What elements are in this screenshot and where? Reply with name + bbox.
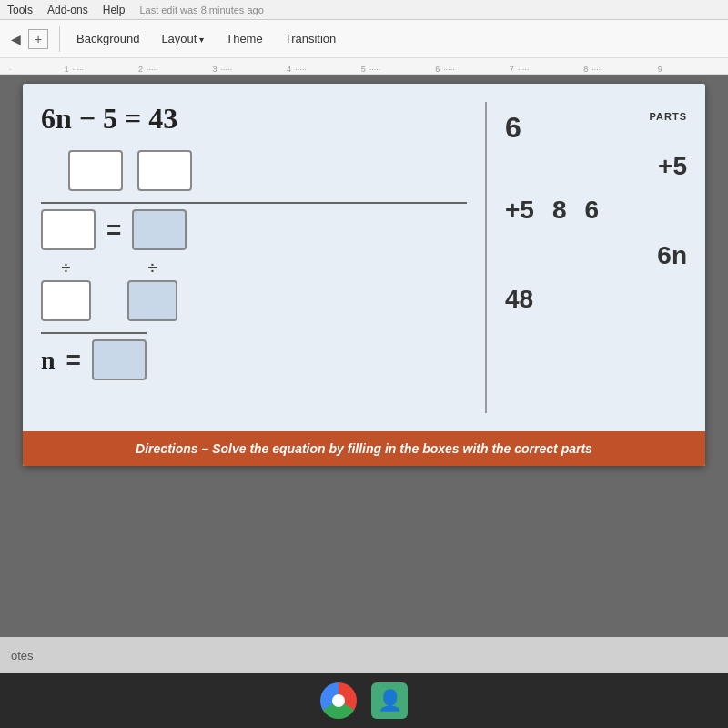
n-label: n: [41, 346, 56, 375]
parts-val3b[interactable]: 8: [552, 196, 567, 225]
notes-label: otes: [11, 649, 34, 662]
menu-addons[interactable]: Add-ons: [47, 4, 88, 16]
user-icon[interactable]: 👤: [371, 682, 408, 719]
n-equals-row: n =: [41, 332, 147, 380]
ruler-marks: · 1····· 2····· 3····· 4····· 5····· 6··…: [0, 58, 728, 74]
input-box-2[interactable]: [137, 150, 192, 191]
parts-val3c[interactable]: 6: [585, 196, 600, 225]
menu-tools[interactable]: Tools: [7, 4, 33, 16]
div-section-right: ÷: [127, 259, 177, 321]
instruction-bar: Directions – Solve the equation by filli…: [23, 431, 705, 466]
parts-val4[interactable]: 6n: [657, 241, 687, 270]
parts-val1[interactable]: 6: [505, 111, 521, 145]
background-button[interactable]: Background: [67, 28, 148, 49]
div-symbol-left: ÷: [62, 259, 71, 278]
left-panel: 6n − 5 = 43 = ÷: [41, 102, 487, 413]
taskbar: 👤: [0, 673, 728, 728]
div-box-left[interactable]: [41, 280, 91, 321]
div-symbol-right: ÷: [148, 259, 157, 278]
toolbar: ◀ + Background Layout Theme Transition: [0, 20, 728, 58]
add-slide-button[interactable]: +: [28, 29, 48, 49]
slide-content: 6n − 5 = 43 = ÷: [23, 84, 705, 431]
transition-button[interactable]: Transition: [276, 28, 346, 49]
main-area: 6n − 5 = 43 = ÷: [0, 75, 728, 637]
last-edit-label: Last edit was 8 minutes ago: [139, 5, 263, 15]
equals-sign: =: [106, 216, 121, 245]
parts-row-3: +5 8 6: [505, 196, 599, 225]
back-arrow-button[interactable]: ◀: [7, 28, 25, 50]
div-row: ÷ ÷: [41, 259, 177, 321]
right-panel: PARTS 6 +5 +5 8 6 6n 48: [505, 102, 687, 413]
ruler: · 1····· 2····· 3····· 4····· 5····· 6··…: [0, 58, 728, 75]
layout-button[interactable]: Layout: [152, 28, 213, 49]
div-box-right[interactable]: [127, 280, 177, 321]
equation-title: 6n − 5 = 43: [41, 102, 177, 136]
parts-val2[interactable]: +5: [658, 152, 687, 181]
instruction-text: Directions – Solve the equation by filli…: [136, 441, 592, 456]
parts-val5a[interactable]: 48: [505, 285, 533, 314]
menu-help[interactable]: Help: [103, 4, 126, 16]
theme-button[interactable]: Theme: [217, 28, 271, 49]
input-box-1[interactable]: [68, 150, 123, 191]
chrome-icon[interactable]: [320, 682, 357, 719]
notes-area: otes: [0, 637, 728, 673]
n-box[interactable]: [92, 339, 147, 380]
div-section-left: ÷: [41, 259, 91, 321]
slide: 6n − 5 = 43 = ÷: [23, 84, 705, 466]
equation-row: =: [41, 202, 467, 250]
parts-label: PARTS: [650, 111, 687, 122]
eq-box-right[interactable]: [132, 209, 187, 250]
eq-box-left[interactable]: [41, 209, 96, 250]
n-eq-sign: =: [66, 346, 81, 375]
top-boxes-row: [68, 150, 192, 191]
parts-val3a[interactable]: +5: [505, 196, 534, 225]
menu-bar: Tools Add-ons Help Last edit was 8 minut…: [0, 0, 728, 20]
toolbar-divider: [59, 26, 60, 52]
